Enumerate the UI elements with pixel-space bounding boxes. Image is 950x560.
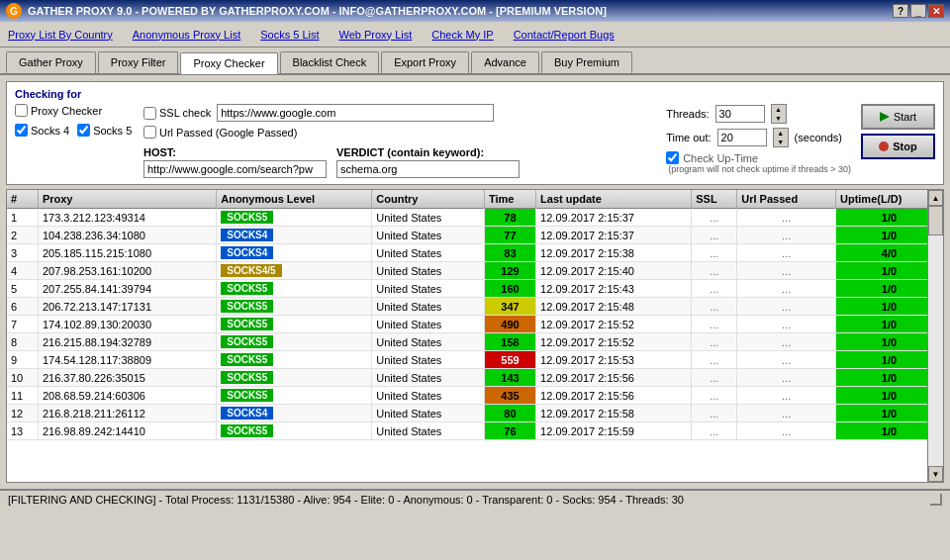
ssl-check-checkbox[interactable] — [143, 107, 156, 120]
tab-gather-proxy[interactable]: Gather Proxy — [6, 51, 96, 73]
table-row[interactable]: 1 173.3.212.123:49314 SOCKS5 United Stat… — [7, 209, 943, 227]
help-button[interactable]: ? — [893, 4, 908, 18]
table-row[interactable]: 9 174.54.128.117:38809 SOCKS5 United Sta… — [7, 351, 943, 369]
minimize-button[interactable]: _ — [910, 4, 926, 18]
cell-country: United States — [372, 405, 485, 422]
resize-handle[interactable] — [930, 494, 942, 506]
checkuptime-checkbox[interactable] — [666, 151, 679, 164]
verdict-input[interactable] — [336, 160, 520, 178]
threads-down-arrow[interactable]: ▼ — [772, 114, 786, 123]
threads-input[interactable] — [715, 105, 765, 123]
timeout-input[interactable] — [717, 129, 767, 146]
checking-title: Checking for — [15, 88, 935, 100]
menu-proxy-list-country[interactable]: Proxy List By Country — [8, 29, 113, 41]
host-group: HOST: — [143, 146, 327, 178]
menu-check-my-ip[interactable]: Check My IP — [431, 29, 493, 41]
cell-last-update: 12.09.2017 2:15:43 — [536, 280, 692, 298]
url-passed-checkbox[interactable] — [143, 126, 156, 139]
url-passed-label[interactable]: Url Passed (Google Passed) — [143, 126, 297, 139]
menu-contact-report-bugs[interactable]: Contact/Report Bugs — [514, 29, 615, 41]
threads-row: Threads: ▲ ▼ — [666, 104, 851, 124]
table-row[interactable]: 2 104.238.236.34:1080 SOCKS4 United Stat… — [7, 227, 943, 244]
menu-socks5-list[interactable]: Socks 5 List — [260, 29, 319, 41]
scroll-thumb[interactable] — [928, 206, 943, 235]
host-input[interactable] — [143, 160, 327, 178]
tab-blacklist-check[interactable]: Blacklist Check — [280, 51, 380, 73]
tab-proxy-filter[interactable]: Proxy Filter — [98, 51, 179, 73]
vertical-scrollbar[interactable]: ▲ ▼ — [927, 190, 943, 482]
anon-badge: SOCKS5 — [221, 353, 273, 366]
cell-proxy: 216.98.89.242:14410 — [38, 422, 216, 440]
table-row[interactable]: 12 216.8.218.211:26112 SOCKS4 United Sta… — [7, 405, 943, 422]
table-row[interactable]: 8 216.215.88.194:32789 SOCKS5 United Sta… — [7, 333, 943, 351]
cell-proxy: 174.102.89.130:20030 — [38, 316, 216, 333]
timeout-up-arrow[interactable]: ▲ — [774, 129, 788, 138]
anon-badge: SOCKS5 — [221, 389, 273, 402]
checkuptime-area: Check Up-Time (program will not check up… — [666, 151, 851, 174]
tab-export-proxy[interactable]: Export Proxy — [381, 51, 469, 73]
socks4-checkbox[interactable] — [15, 124, 28, 137]
cell-url-passed: ... — [737, 244, 836, 262]
cell-last-update: 12.09.2017 2:15:53 — [536, 351, 692, 369]
anon-badge: SOCKS5 — [221, 424, 273, 437]
stop-button[interactable]: Stop — [861, 134, 935, 159]
threads-up-arrow[interactable]: ▲ — [772, 105, 786, 114]
table-row[interactable]: 3 205.185.115.215:1080 SOCKS4 United Sta… — [7, 244, 943, 262]
content: Checking for Proxy Checker Socks 4 Socks… — [0, 75, 950, 489]
scroll-down-arrow[interactable]: ▼ — [928, 466, 943, 482]
timeout-down-arrow[interactable]: ▼ — [774, 138, 788, 146]
cell-country: United States — [372, 369, 485, 387]
tab-buy-premium[interactable]: Buy Premium — [541, 51, 632, 73]
cell-url-passed: ... — [737, 422, 836, 440]
cell-url-passed: ... — [737, 280, 836, 298]
socks4-checkbox-label[interactable]: Socks 4 — [15, 124, 69, 137]
cell-anon: SOCKS5 — [217, 369, 372, 387]
cell-ssl: ... — [692, 351, 737, 369]
tab-advance[interactable]: Advance — [471, 51, 539, 73]
cell-proxy: 207.98.253.161:10200 — [38, 262, 216, 280]
scroll-up-arrow[interactable]: ▲ — [928, 190, 943, 206]
cell-url-passed: ... — [737, 298, 836, 316]
cell-proxy: 207.255.84.141:39794 — [38, 280, 216, 298]
cell-last-update: 12.09.2017 2:15:40 — [536, 262, 692, 280]
cell-country: United States — [372, 209, 485, 227]
cell-anon: SOCKS5 — [217, 351, 372, 369]
table-row[interactable]: 7 174.102.89.130:20030 SOCKS5 United Sta… — [7, 316, 943, 333]
cell-num: 2 — [7, 227, 38, 244]
table-row[interactable]: 5 207.255.84.141:39794 SOCKS5 United Sta… — [7, 280, 943, 298]
cell-anon: SOCKS5 — [217, 422, 372, 440]
cell-anon: SOCKS5 — [217, 387, 372, 405]
cell-time: 347 — [484, 298, 535, 316]
socks5-checkbox[interactable] — [77, 124, 90, 137]
threads-spinner: ▲ ▼ — [771, 104, 787, 124]
anon-badge: SOCKS5 — [221, 371, 273, 384]
cell-proxy: 104.238.236.34:1080 — [38, 227, 216, 244]
table-row[interactable]: 4 207.98.253.161:10200 SOCKS4/5 United S… — [7, 262, 943, 280]
start-button[interactable]: Start — [861, 104, 935, 130]
anon-badge: SOCKS5 — [221, 318, 273, 330]
checking-top: Proxy Checker Socks 4 Socks 5 — [15, 104, 935, 178]
table-row[interactable]: 6 206.72.213.147:17131 SOCKS5 United Sta… — [7, 298, 943, 316]
cell-anon: SOCKS4 — [217, 405, 372, 422]
host-label: HOST: — [143, 146, 327, 158]
cell-time: 559 — [484, 351, 535, 369]
cell-anon: SOCKS4 — [217, 244, 372, 262]
table-row[interactable]: 10 216.37.80.226:35015 SOCKS5 United Sta… — [7, 369, 943, 387]
menu-anonymous-proxy-list[interactable]: Anonymous Proxy List — [133, 29, 240, 41]
proxy-checker-checkbox[interactable] — [15, 104, 28, 117]
close-button[interactable]: ✕ — [928, 4, 944, 18]
start-stop-area: Start Stop — [861, 104, 935, 159]
table-row[interactable]: 13 216.98.89.242:14410 SOCKS5 United Sta… — [7, 422, 943, 440]
proxy-checker-checkbox-label[interactable]: Proxy Checker — [15, 104, 134, 117]
table-row[interactable]: 11 208.68.59.214:60306 SOCKS5 United Sta… — [7, 387, 943, 405]
cell-last-update: 12.09.2017 2:15:37 — [536, 209, 692, 227]
socks5-checkbox-label[interactable]: Socks 5 — [77, 124, 132, 137]
ssl-url-input[interactable] — [217, 104, 494, 122]
cell-country: United States — [372, 333, 485, 351]
cell-num: 10 — [7, 369, 38, 387]
cell-num: 11 — [7, 387, 38, 405]
tab-proxy-checker[interactable]: Proxy Checker — [180, 52, 277, 74]
ssl-check-label[interactable]: SSL check — [143, 107, 211, 120]
anon-badge: SOCKS4 — [221, 246, 273, 259]
menu-web-proxy-list[interactable]: Web Proxy List — [339, 29, 413, 41]
